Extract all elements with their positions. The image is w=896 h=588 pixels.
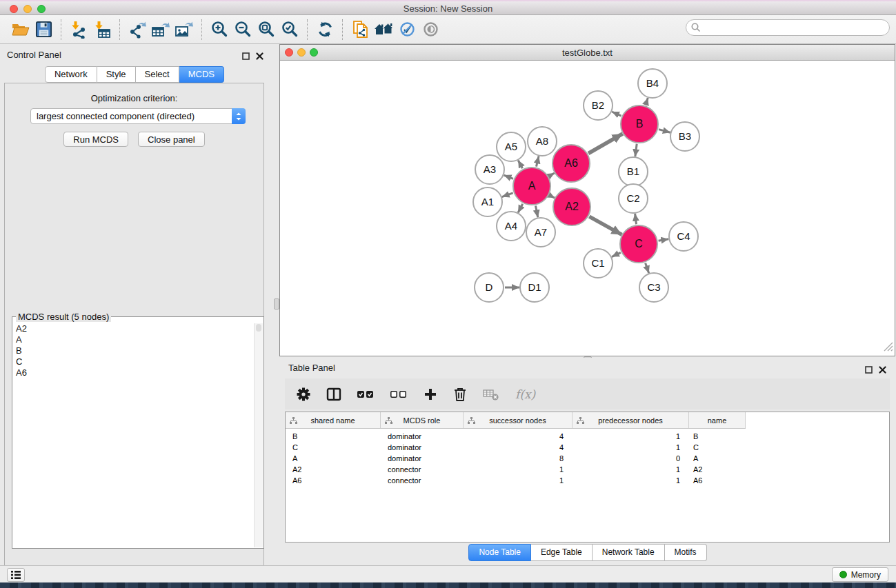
graph-node-C3[interactable]: C3 xyxy=(639,273,668,302)
graph-node-A5[interactable]: A5 xyxy=(497,132,526,161)
apply-preferred-layout-icon[interactable] xyxy=(313,19,337,41)
table-cell[interactable]: A xyxy=(689,454,746,463)
memory-button[interactable]: Memory xyxy=(832,567,888,582)
table-row[interactable]: A2connector11A2 xyxy=(286,464,889,475)
search-input[interactable] xyxy=(686,19,890,36)
float-panel-icon[interactable] xyxy=(865,364,873,376)
optimization-criterion-select[interactable]: largest connected component (directed) xyxy=(30,108,246,124)
table-cell[interactable]: C xyxy=(689,443,746,452)
close-panel-button[interactable]: Close panel xyxy=(138,132,205,147)
task-history-button[interactable] xyxy=(7,568,25,582)
deselect-all-icon[interactable] xyxy=(390,390,408,398)
mcds-result-item[interactable]: C xyxy=(13,356,253,367)
graph-edge-B-B3[interactable] xyxy=(659,130,670,133)
graph-edge-A-A3[interactable] xyxy=(504,175,514,179)
graph-edge-A-A6[interactable] xyxy=(549,173,555,176)
graph-node-D1[interactable]: D1 xyxy=(520,273,549,302)
table-cell[interactable]: connector xyxy=(381,465,464,474)
close-panel-icon[interactable] xyxy=(879,364,886,376)
table-cell[interactable]: 1 xyxy=(573,476,689,485)
delete-table-icon[interactable] xyxy=(483,387,499,401)
eye-icon[interactable] xyxy=(419,19,442,41)
table-cell[interactable]: dominator xyxy=(381,454,464,463)
split-view-icon[interactable] xyxy=(326,387,341,401)
graph-node-A4[interactable]: A4 xyxy=(497,212,526,241)
graph-node-A[interactable]: A xyxy=(513,168,550,205)
table-cell[interactable]: 4 xyxy=(464,443,573,452)
table-cell[interactable]: 0 xyxy=(573,454,689,463)
graph-edge-A-A7[interactable] xyxy=(536,206,538,218)
graph-edge-C-C2[interactable] xyxy=(635,214,637,224)
import-table-from-file-icon[interactable] xyxy=(90,19,114,41)
function-builder-icon[interactable]: f(x) xyxy=(515,387,535,401)
graph-edge-A-A4[interactable] xyxy=(518,204,523,213)
export-image-icon[interactable] xyxy=(172,19,196,41)
graph-edge-A2-C[interactable] xyxy=(589,216,621,234)
graph-node-D[interactable]: D xyxy=(475,273,504,302)
graph-node-C[interactable]: C xyxy=(620,225,657,263)
export-network-icon[interactable] xyxy=(126,19,149,41)
graph-edge-A-A5[interactable] xyxy=(518,161,522,169)
tab-network-table[interactable]: Network Table xyxy=(593,544,665,561)
graph-node-A3[interactable]: A3 xyxy=(475,155,504,184)
network-overview-icon[interactable] xyxy=(372,19,395,41)
graph-edge-B-B1[interactable] xyxy=(635,144,637,156)
graph-edge-A-A2[interactable] xyxy=(550,195,555,198)
mcds-result-item[interactable]: A2 xyxy=(13,323,253,334)
mcds-result-item[interactable]: A6 xyxy=(13,367,253,378)
table-cell[interactable]: 1 xyxy=(573,432,689,440)
column-header-predecessor-nodes[interactable]: predecessor nodes xyxy=(573,412,689,428)
import-network-from-file-icon[interactable] xyxy=(67,19,90,41)
result-scrollbar[interactable] xyxy=(254,323,263,547)
table-row[interactable]: A6connector11A6 xyxy=(286,475,889,486)
tab-mcds[interactable]: MCDS xyxy=(179,66,224,83)
table-cell[interactable]: B xyxy=(689,432,746,440)
run-mcds-button[interactable]: Run MCDS xyxy=(63,132,128,147)
column-header-shared-name[interactable]: shared name xyxy=(286,412,381,428)
graph-edge-C-C1[interactable] xyxy=(612,252,621,256)
graph-node-B2[interactable]: B2 xyxy=(584,91,613,120)
mcds-result-item[interactable]: B xyxy=(13,345,253,356)
graph-edge-C-C3[interactable] xyxy=(646,263,649,273)
graph-node-A6[interactable]: A6 xyxy=(552,145,590,182)
close-panel-icon[interactable] xyxy=(256,50,263,63)
table-cell[interactable]: A6 xyxy=(689,476,746,485)
graph-node-C1[interactable]: C1 xyxy=(584,249,613,278)
table-cell[interactable]: 1 xyxy=(464,476,573,485)
graph-node-A7[interactable]: A7 xyxy=(526,218,555,247)
table-cell[interactable]: 8 xyxy=(464,454,573,463)
graph-edge-A6-B[interactable] xyxy=(588,134,623,154)
export-table-icon[interactable] xyxy=(149,19,172,41)
table-row[interactable]: Adominator80A xyxy=(286,453,889,464)
graph-edge-C-C4[interactable] xyxy=(659,239,669,241)
table-cell[interactable]: A xyxy=(286,454,381,463)
table-cell[interactable]: 1 xyxy=(464,465,573,474)
graph-edge-A-A8[interactable] xyxy=(537,156,539,166)
table-row[interactable]: Bdominator41B xyxy=(286,431,889,442)
graph-node-A2[interactable]: A2 xyxy=(553,188,590,225)
table-cell[interactable]: B xyxy=(286,432,381,440)
table-cell[interactable]: A6 xyxy=(286,476,381,485)
graph-node-A8[interactable]: A8 xyxy=(528,127,557,156)
toggle-graphics-details-icon[interactable] xyxy=(395,19,419,41)
scrollbar-thumb[interactable] xyxy=(256,324,261,332)
zoom-fit-content-icon[interactable] xyxy=(255,19,278,41)
graph-node-B[interactable]: B xyxy=(621,105,658,143)
graph-node-C2[interactable]: C2 xyxy=(619,184,648,213)
graph-edge-A-A1[interactable] xyxy=(502,193,513,197)
delete-trash-icon[interactable] xyxy=(453,387,467,402)
splitter-grip-left[interactable] xyxy=(274,298,279,310)
table-cell[interactable]: 1 xyxy=(573,443,689,452)
zoom-in-icon[interactable] xyxy=(208,19,231,41)
tab-style[interactable]: Style xyxy=(97,66,136,83)
zoom-out-icon[interactable] xyxy=(231,19,255,41)
tab-edge-table[interactable]: Edge Table xyxy=(531,544,593,561)
open-session-icon[interactable] xyxy=(8,19,32,41)
table-cell[interactable]: A2 xyxy=(286,465,381,474)
table-cell[interactable]: C xyxy=(286,443,381,452)
add-column-icon[interactable] xyxy=(424,387,437,401)
new-network-from-selection-icon[interactable] xyxy=(348,19,372,41)
graph-node-B1[interactable]: B1 xyxy=(619,157,648,186)
graph-node-C4[interactable]: C4 xyxy=(669,222,698,251)
column-header-successor-nodes[interactable]: successor nodes xyxy=(464,412,573,428)
